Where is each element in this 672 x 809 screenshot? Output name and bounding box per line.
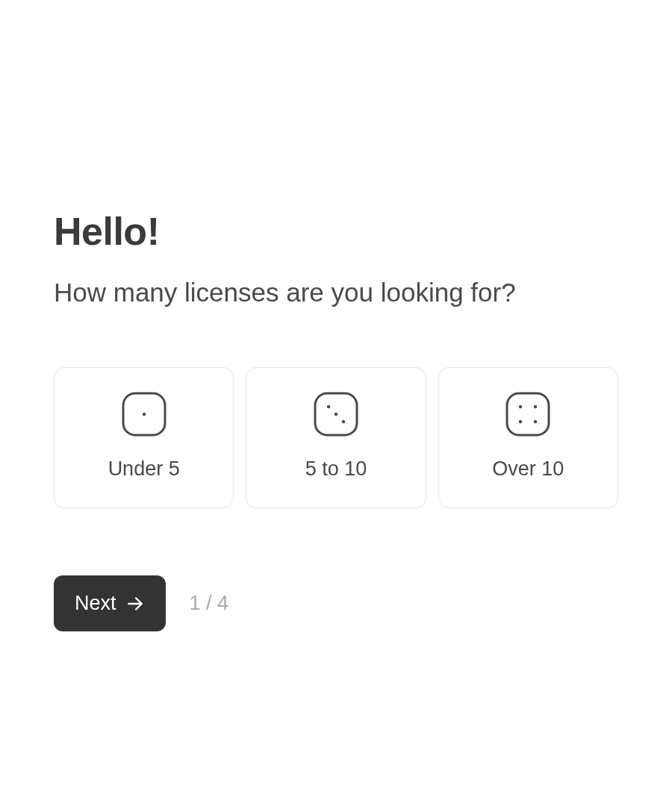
option-over-10[interactable]: Over 10: [438, 367, 618, 508]
option-label: Under 5: [108, 457, 180, 481]
dice-1-icon: [122, 392, 167, 437]
next-button-label: Next: [75, 592, 116, 615]
option-label: Over 10: [492, 457, 564, 481]
dice-4-icon: [505, 392, 550, 437]
options-container: Under 5 5 to 10 Over 10: [54, 367, 618, 508]
svg-rect-6: [507, 393, 549, 435]
dice-3-icon: [314, 392, 358, 437]
svg-point-9: [519, 420, 522, 423]
footer: Next 1 / 4: [54, 575, 618, 631]
arrow-right-icon: [125, 594, 145, 613]
svg-point-8: [534, 405, 537, 408]
option-label: 5 to 10: [305, 457, 367, 481]
svg-point-1: [142, 413, 145, 416]
svg-point-7: [519, 405, 522, 408]
option-under-5[interactable]: Under 5: [54, 367, 234, 508]
svg-point-10: [534, 420, 537, 423]
progress-indicator: 1 / 4: [190, 592, 229, 615]
svg-point-5: [342, 420, 345, 423]
svg-point-3: [327, 405, 330, 408]
next-button[interactable]: Next: [54, 575, 166, 631]
option-5-to-10[interactable]: 5 to 10: [246, 367, 426, 508]
page-title: Hello!: [54, 209, 618, 254]
svg-point-4: [335, 413, 337, 416]
page-subtitle: How many licenses are you looking for?: [54, 278, 618, 307]
